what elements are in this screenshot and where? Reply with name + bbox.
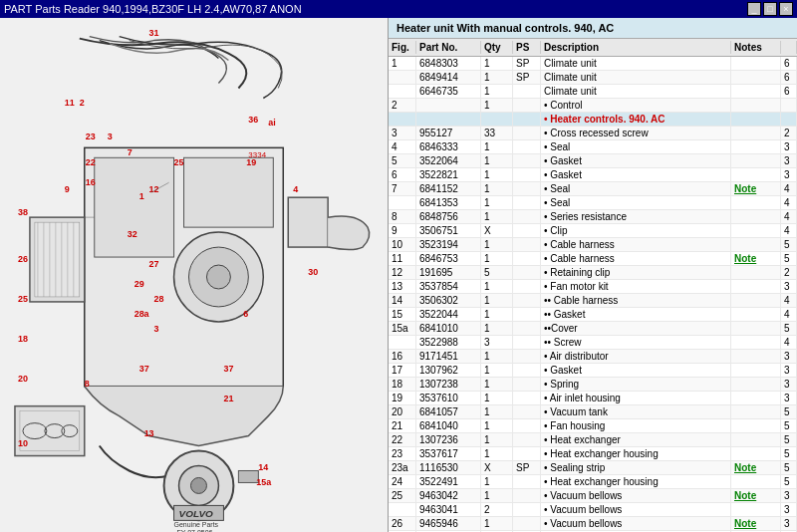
td-note[interactable] (731, 224, 781, 237)
td-note[interactable]: Note (731, 517, 781, 530)
td-ps (513, 503, 541, 516)
table-row[interactable]: 10 3523194 1 • Cable harness 5 (389, 238, 797, 252)
titlebar-controls[interactable]: _ □ × (747, 2, 793, 16)
td-num: 4 (781, 224, 797, 237)
table-row[interactable]: 19 3537610 1 • Air inlet housing 3 (389, 392, 797, 405)
td-fig: 14 (389, 294, 416, 307)
table-row[interactable]: 7 6841152 1 • Seal Note 4 (389, 182, 797, 196)
table-row[interactable]: 5 3522064 1 • Gasket 3 (389, 154, 797, 168)
td-note[interactable] (731, 405, 781, 418)
td-fig: 21 (389, 419, 416, 432)
td-note[interactable] (731, 196, 781, 209)
table-row[interactable]: 21 6841040 1 • Fan housing 5 (389, 419, 797, 433)
table-row[interactable]: 20 6841057 1 • Vacuum tank 5 (389, 405, 797, 419)
table-row[interactable]: 13 3537854 1 • Fan motor kit 3 (389, 280, 797, 294)
td-note[interactable] (731, 378, 781, 391)
td-fig: 15a (389, 322, 416, 335)
td-note[interactable] (731, 433, 781, 446)
table-row[interactable]: 17 1307962 1 • Gasket 3 (389, 364, 797, 378)
td-ps (513, 378, 541, 391)
table-row[interactable]: 15 3522044 1 •• Gasket 4 (389, 308, 797, 322)
svg-text:28: 28 (154, 294, 164, 304)
table-row[interactable]: 1 6848303 1 SP Climate unit 6 (389, 57, 797, 71)
close-button[interactable]: × (779, 2, 793, 16)
td-note[interactable] (731, 336, 781, 349)
td-note[interactable] (731, 154, 781, 167)
table-row[interactable]: 6849414 1 SP Climate unit 6 (389, 71, 797, 85)
td-note[interactable]: Note (731, 489, 781, 502)
td-note[interactable] (731, 127, 781, 139)
td-num: 4 (781, 294, 797, 307)
table-row[interactable]: 4 6846333 1 • Seal 3 (389, 140, 797, 154)
td-note[interactable]: Note (731, 252, 781, 265)
td-note[interactable] (731, 57, 781, 70)
svg-text:26: 26 (18, 254, 28, 264)
td-note[interactable] (731, 140, 781, 153)
td-note[interactable] (731, 210, 781, 223)
td-note[interactable]: Note (731, 182, 781, 195)
td-note[interactable] (731, 280, 781, 293)
note-link[interactable]: Note (734, 490, 756, 501)
td-note[interactable] (731, 350, 781, 363)
table-row[interactable]: 16 9171451 1 • Air distributor 3 (389, 350, 797, 364)
td-note[interactable] (731, 85, 781, 98)
td-description: • Fan motor kit (541, 280, 731, 293)
td-qty (481, 113, 513, 126)
table-row[interactable]: 3 955127 33 • Cross recessed screw 2 (389, 127, 797, 140)
note-link[interactable]: Note (734, 183, 756, 194)
table-row[interactable]: 24 3522491 1 • Heat exchanger housing 5 (389, 475, 797, 489)
table-row[interactable]: 15a 6841010 1 ••Cover 5 (389, 322, 797, 336)
td-note[interactable] (731, 364, 781, 377)
table-row[interactable]: 11 6846753 1 • Cable harness Note 5 (389, 252, 797, 266)
table-row[interactable]: 12 191695 5 • Retaining clip 2 (389, 266, 797, 280)
td-note[interactable] (731, 71, 781, 84)
td-num: 6 (781, 57, 797, 70)
td-num: 5 (781, 252, 797, 265)
table-row[interactable]: 2 1 • Control (389, 99, 797, 113)
td-note[interactable]: Note (731, 461, 781, 474)
svg-text:27: 27 (149, 259, 159, 269)
table-row[interactable]: 3522988 3 •• Screw 4 (389, 336, 797, 350)
td-note[interactable] (731, 322, 781, 335)
td-note[interactable] (731, 238, 781, 251)
td-description: • Seal (541, 182, 731, 195)
table-row[interactable]: 14 3506302 1 •• Cable harness 4 (389, 294, 797, 308)
minimize-button[interactable]: _ (747, 2, 761, 16)
note-link[interactable]: Note (734, 253, 756, 264)
td-ps: SP (513, 71, 541, 84)
td-note[interactable] (731, 294, 781, 307)
table-row[interactable]: 9 3506751 X • Clip 4 (389, 224, 797, 238)
td-note[interactable] (731, 503, 781, 516)
table-row[interactable]: 6841353 1 • Seal 4 (389, 196, 797, 210)
td-note[interactable] (731, 266, 781, 279)
table-row[interactable]: 25 9463042 1 • Vacuum bellows Note 3 (389, 489, 797, 503)
table-row[interactable]: 23a 1116530 X SP • Sealing strip Note 5 (389, 461, 797, 475)
parts-table-body[interactable]: 1 6848303 1 SP Climate unit 6 6849414 1 … (389, 57, 797, 532)
svg-rect-18 (20, 411, 80, 451)
note-link[interactable]: Note (734, 462, 756, 473)
td-note[interactable] (731, 392, 781, 404)
td-ps (513, 280, 541, 293)
td-qty: 1 (481, 364, 513, 377)
td-note[interactable] (731, 113, 781, 126)
td-note[interactable] (731, 168, 781, 181)
td-note[interactable] (731, 419, 781, 432)
td-note[interactable] (731, 447, 781, 460)
note-link[interactable]: Note (734, 518, 756, 529)
table-row[interactable]: 23 3537617 1 • Heat exchanger housing 5 (389, 447, 797, 461)
table-row[interactable]: 6 3522821 1 • Gasket 3 (389, 168, 797, 182)
table-row[interactable]: 9463041 2 • Vacuum bellows 3 (389, 503, 797, 517)
td-qty: 1 (481, 154, 513, 167)
td-note[interactable] (731, 475, 781, 488)
table-row[interactable]: • Heater controls. 940. AC (389, 113, 797, 127)
maximize-button[interactable]: □ (763, 2, 777, 16)
table-row[interactable]: 6646735 1 Climate unit 6 (389, 85, 797, 99)
td-note[interactable] (731, 308, 781, 321)
table-row[interactable]: 8 6848756 1 • Series resistance 4 (389, 210, 797, 224)
td-description: • Seal (541, 196, 731, 209)
table-row[interactable]: 18 1307238 1 • Spring 3 (389, 378, 797, 392)
table-row[interactable]: 26 9465946 1 • Vacuum bellows Note 3 (389, 517, 797, 531)
table-row[interactable]: 22 1307236 1 • Heat exchanger 5 (389, 433, 797, 447)
td-note[interactable] (731, 99, 781, 112)
td-fig (389, 196, 416, 209)
